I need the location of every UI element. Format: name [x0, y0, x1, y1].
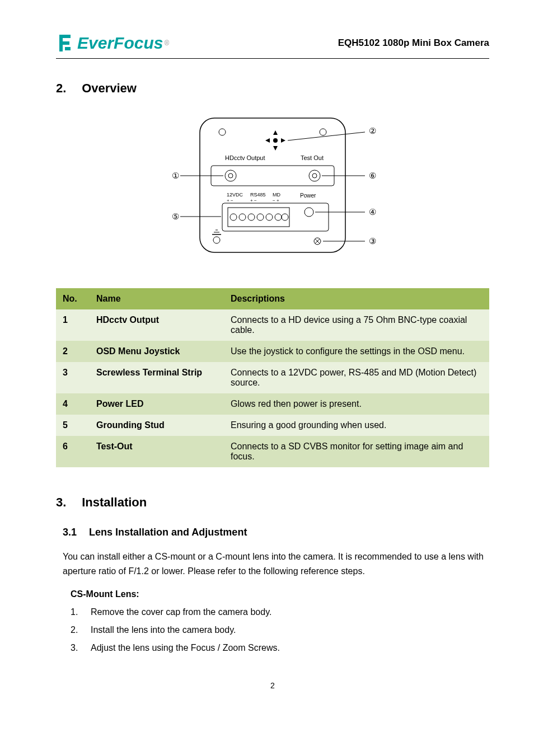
callout-2: ② — [369, 126, 376, 135]
callout-1: ① — [172, 171, 179, 180]
svg-point-11 — [225, 170, 236, 181]
svg-point-27 — [275, 214, 282, 220]
svg-point-32 — [213, 237, 220, 243]
logo-text: EverFocus — [77, 34, 163, 53]
svg-point-12 — [228, 173, 233, 178]
svg-point-2 — [219, 129, 226, 135]
callout-3: ③ — [369, 236, 376, 246]
svg-point-25 — [257, 214, 264, 220]
section-3-number: 3. — [56, 495, 78, 510]
svg-point-14 — [312, 173, 317, 178]
table-row: 3 Screwless Terminal Strip Connects to a… — [56, 362, 489, 393]
svg-text:−    +: − + — [273, 198, 279, 203]
svg-rect-0 — [65, 47, 71, 50]
th-desc: Descriptions — [224, 288, 489, 309]
svg-rect-10 — [211, 166, 334, 186]
callout-6: ⑥ — [369, 171, 376, 180]
svg-point-24 — [248, 214, 255, 220]
section-2-number: 2. — [56, 81, 78, 96]
table-row: 2 OSD Menu Joystick Use the joystick to … — [56, 341, 489, 362]
svg-point-22 — [230, 214, 237, 220]
svg-point-13 — [309, 170, 320, 181]
brand-logo: EverFocus® — [56, 34, 169, 53]
th-name: Name — [90, 288, 224, 309]
trademark-symbol: ® — [164, 39, 169, 47]
page-number: 2 — [56, 681, 489, 690]
list-item: 3. Adjust the lens using the Focus / Zoo… — [71, 643, 489, 653]
svg-point-28 — [282, 214, 288, 220]
svg-marker-6 — [273, 146, 278, 151]
subsection-3-1-title: Lens Installation and Adjustment — [89, 527, 247, 538]
svg-text:+     −: + − — [250, 198, 257, 203]
cs-mount-steps: 1. Remove the cover cap from the camera … — [71, 607, 489, 653]
callout-5: ⑤ — [172, 212, 179, 221]
svg-marker-5 — [273, 130, 278, 135]
subsection-3-1-heading: 3.1 Lens Installation and Adjustment — [63, 527, 489, 538]
parts-table: No. Name Descriptions 1 HDcctv Output Co… — [56, 288, 489, 467]
th-no: No. — [56, 288, 90, 309]
svg-marker-8 — [281, 138, 285, 143]
section-3-heading: 3. Installation — [56, 495, 489, 510]
md-label: MD — [273, 192, 280, 198]
table-row: 5 Grounding Stud Ensuring a good groundi… — [56, 415, 489, 436]
test-out-label: Test Out — [301, 154, 324, 161]
subsection-3-1-body: You can install either a CS-mount or a C… — [63, 550, 489, 578]
list-item: 1. Remove the cover cap from the camera … — [71, 607, 489, 617]
twelve-vdc-label: 12VDC — [227, 192, 243, 198]
list-item: 2. Install the lens into the camera body… — [71, 625, 489, 635]
svg-marker-7 — [265, 138, 270, 143]
document-title: EQH5102 1080p Mini Box Camera — [338, 37, 489, 49]
power-label: Power — [300, 192, 316, 199]
svg-point-26 — [266, 214, 273, 220]
subsection-3-1-number: 3.1 — [63, 527, 86, 538]
table-row: 4 Power LED Glows red then power is pres… — [56, 393, 489, 415]
section-2-title: Overview — [82, 81, 137, 95]
cs-mount-label: CS-Mount Lens: — [71, 589, 489, 599]
hdcctv-output-label: HDcctv Output — [225, 154, 265, 161]
table-row: 1 HDcctv Output Connects to a HD device … — [56, 309, 489, 341]
svg-point-23 — [239, 214, 246, 220]
logo-icon — [56, 34, 75, 53]
svg-text:+     −: + − — [227, 198, 233, 203]
overview-diagram: HDcctv Output Test Out 12VDC RS485 MD Po… — [56, 112, 489, 260]
callout-4: ④ — [369, 207, 376, 217]
section-2-heading: 2. Overview — [56, 81, 489, 96]
page-header: EverFocus® EQH5102 1080p Mini Box Camera — [56, 34, 489, 59]
table-row: 6 Test-Out Connects to a SD CVBS monitor… — [56, 436, 489, 467]
rs485-label: RS485 — [250, 192, 266, 198]
svg-rect-1 — [200, 118, 345, 252]
section-3-title: Installation — [82, 495, 147, 509]
svg-point-3 — [320, 129, 326, 135]
rear-panel-diagram: HDcctv Output Test Out 12VDC RS485 MD Po… — [138, 112, 407, 258]
svg-point-29 — [305, 208, 313, 217]
svg-point-4 — [273, 138, 278, 143]
